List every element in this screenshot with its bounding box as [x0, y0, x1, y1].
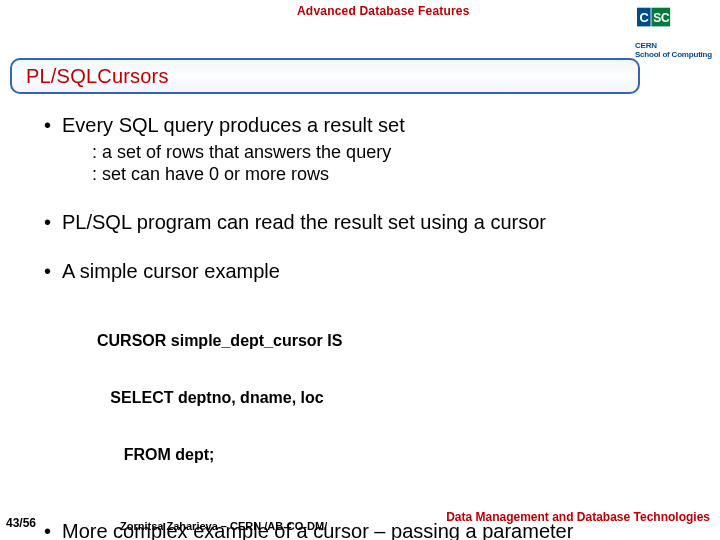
bullet-1-sub-2: : set can have 0 or more rows [92, 163, 682, 185]
logo-text-line1: CERN [635, 41, 712, 50]
code-block-1: CURSOR simple_dept_cursor IS SELECT dept… [97, 293, 682, 502]
bullet-1-sub-1: : a set of rows that answers the query [92, 141, 682, 163]
footer-author: Zornitsa Zaharieva – CERN /AB-CO-DM/ [120, 520, 327, 532]
footer-topic: Data Management and Database Technologie… [446, 510, 710, 524]
svg-text:C: C [639, 10, 648, 25]
logo-text-line2: School of Computing [635, 50, 712, 59]
bullet-1: Every SQL query produces a result set [42, 114, 682, 137]
cern-logo-block: C SC CERN School of Computing [635, 6, 712, 59]
svg-text:SC: SC [653, 11, 670, 25]
content-area: Every SQL query produces a result set : … [42, 114, 682, 540]
code1-line2: SELECT deptno, dname, loc [97, 388, 682, 407]
slide: Advanced Database Features C SC CERN Sch… [0, 4, 720, 540]
slide-title-bar: PL/SQLCursors [10, 58, 640, 94]
slide-title: PL/SQLCursors [26, 65, 169, 88]
code1-line3: FROM dept; [97, 445, 682, 464]
bullet-3: A simple cursor example [42, 260, 682, 283]
code1-line1: CURSOR simple_dept_cursor IS [97, 331, 682, 350]
page-number: 43/56 [6, 516, 36, 530]
bullet-2: PL/SQL program can read the result set u… [42, 211, 682, 234]
csc-logo-icon: C SC [635, 6, 673, 40]
